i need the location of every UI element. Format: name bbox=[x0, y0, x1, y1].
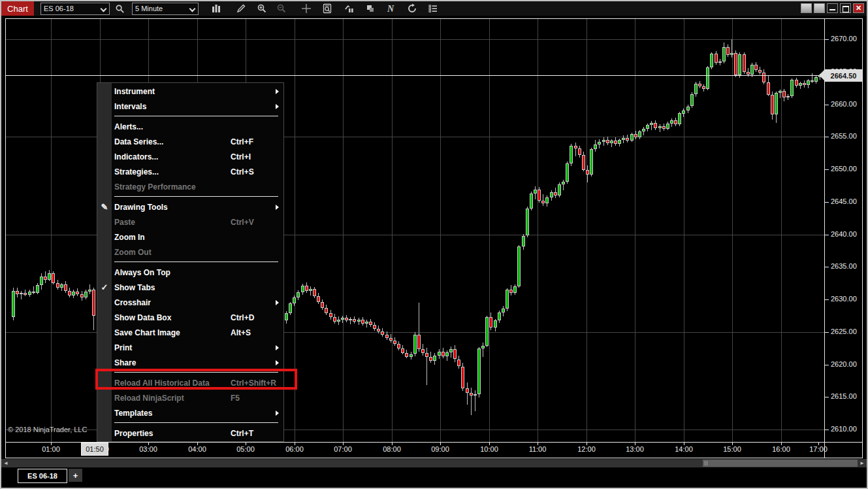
menu-item-crosshair[interactable]: Crosshair bbox=[112, 295, 283, 310]
submenu-arrow-icon bbox=[276, 360, 279, 365]
menu-item-label: Zoom In bbox=[112, 233, 145, 242]
window-title: Chart bbox=[1, 1, 34, 16]
interval-link-button[interactable] bbox=[814, 3, 825, 13]
crosshair-icon[interactable] bbox=[299, 2, 313, 15]
menu-item-alerts[interactable]: Alerts... bbox=[112, 119, 283, 134]
chevron-down-icon bbox=[101, 6, 106, 11]
menu-item-share[interactable]: Share bbox=[112, 355, 283, 370]
menu-item-zoom-out: Zoom Out bbox=[112, 244, 283, 260]
price-tick bbox=[825, 137, 829, 137]
menu-item-label: Share bbox=[112, 358, 136, 367]
menu-item-data-series[interactable]: Data Series...Ctrl+F bbox=[112, 134, 283, 149]
menu-item-label: Print bbox=[112, 343, 132, 352]
price-tick bbox=[825, 169, 829, 170]
reload-icon[interactable] bbox=[405, 2, 419, 15]
price-label: 2645.00 bbox=[831, 197, 857, 205]
instrument-link-button[interactable] bbox=[801, 3, 812, 13]
horizontal-scrollbar[interactable]: ◄ ► bbox=[1, 459, 867, 467]
time-axis-border bbox=[5, 442, 863, 443]
strategies-icon[interactable] bbox=[363, 2, 378, 15]
checkmark-icon: ✓ bbox=[98, 282, 111, 292]
menu-separator bbox=[112, 260, 283, 265]
scrollbar-grip bbox=[705, 461, 705, 465]
copyright-text: © 2018 NinjaTrader, LLC bbox=[8, 426, 87, 433]
submenu-arrow-icon bbox=[276, 345, 279, 350]
menu-item-intervals[interactable]: Intervals bbox=[112, 99, 283, 114]
price-tick bbox=[825, 299, 829, 300]
add-tab-button[interactable]: + bbox=[69, 469, 82, 482]
menu-item-shortcut: Ctrl+S bbox=[231, 167, 254, 177]
search-icon[interactable] bbox=[112, 2, 127, 15]
maximize-button[interactable] bbox=[840, 3, 851, 13]
minimize-button[interactable] bbox=[827, 3, 838, 13]
menu-item-properties[interactable]: PropertiesCtrl+T bbox=[112, 426, 283, 441]
menu-item-reload-ninjascript: Reload NinjaScriptF5 bbox=[112, 390, 283, 405]
properties-icon[interactable] bbox=[426, 2, 440, 15]
ninjascript-icon[interactable]: N bbox=[384, 2, 398, 15]
menu-item-show-data-box[interactable]: Show Data BoxCtrl+D bbox=[112, 310, 283, 325]
scroll-left-arrow[interactable]: ◄ bbox=[2, 460, 10, 467]
menu-item-label: Paste bbox=[112, 218, 135, 227]
time-label: 15:00 bbox=[723, 445, 741, 453]
annotation-highlight-box bbox=[95, 369, 297, 390]
data-box-icon[interactable] bbox=[320, 2, 334, 15]
submenu-arrow-icon bbox=[276, 104, 279, 109]
menu-item-indicators[interactable]: Indicators...Ctrl+I bbox=[112, 149, 283, 164]
price-label: 2615.00 bbox=[831, 392, 857, 400]
last-price-marker: 2664.50 bbox=[825, 69, 862, 82]
pencil-icon: ✎ bbox=[98, 202, 111, 212]
scrollbar-thumb[interactable] bbox=[703, 460, 858, 467]
menu-item-label: Show Data Box bbox=[112, 313, 171, 322]
chevron-down-icon bbox=[190, 6, 195, 11]
price-label: 2620.00 bbox=[831, 360, 857, 368]
price-label: 2630.00 bbox=[831, 295, 857, 303]
menu-item-shortcut: Alt+S bbox=[231, 328, 251, 337]
time-label: 09:00 bbox=[431, 445, 449, 453]
menu-item-print[interactable]: Print bbox=[112, 340, 283, 355]
zoom-in-icon[interactable] bbox=[255, 2, 269, 15]
menu-item-label: Reload NinjaScript bbox=[112, 394, 184, 403]
window-buttons: ✕ bbox=[801, 3, 864, 13]
menu-item-always-on-top[interactable]: Always On Top bbox=[112, 265, 283, 280]
menu-item-label: Show Tabs bbox=[112, 283, 155, 292]
time-label: 16:00 bbox=[772, 445, 790, 453]
menu-item-drawing-tools[interactable]: ✎Drawing Tools bbox=[112, 199, 283, 214]
price-axis-border bbox=[824, 18, 825, 458]
interval-selector[interactable]: 5 Minute bbox=[132, 3, 199, 15]
menu-item-zoom-in[interactable]: Zoom In bbox=[112, 229, 283, 244]
time-label: 11:00 bbox=[529, 445, 547, 453]
price-tick bbox=[825, 202, 829, 203]
time-label: 14:00 bbox=[675, 445, 693, 453]
menu-item-save-chart-image[interactable]: Save Chart ImageAlt+S bbox=[112, 325, 283, 340]
chart-top-border bbox=[5, 18, 863, 19]
price-label: 2635.00 bbox=[831, 262, 857, 270]
indicators-icon[interactable] bbox=[342, 2, 357, 15]
chart-style-icon[interactable] bbox=[209, 2, 223, 15]
scroll-right-arrow[interactable]: ► bbox=[858, 460, 866, 467]
price-label: 2625.00 bbox=[831, 328, 857, 335]
drawing-tools-icon[interactable] bbox=[234, 2, 248, 15]
time-label: 12:00 bbox=[577, 445, 596, 453]
menu-separator bbox=[112, 114, 283, 119]
menu-item-show-tabs[interactable]: ✓Show Tabs bbox=[112, 280, 283, 295]
tab-es-06-18[interactable]: ES 06-18 bbox=[18, 469, 67, 483]
time-label: 07:00 bbox=[334, 445, 352, 453]
price-label: 2640.00 bbox=[831, 230, 857, 238]
menu-item-templates[interactable]: Templates bbox=[112, 405, 283, 420]
time-label: 08:00 bbox=[383, 445, 401, 453]
instrument-selector[interactable]: ES 06-18 bbox=[40, 3, 110, 15]
menu-item-label: Crosshair bbox=[112, 298, 151, 307]
menu-item-shortcut: Ctrl+T bbox=[231, 429, 253, 438]
price-tick bbox=[825, 332, 829, 333]
menu-item-label: Intervals bbox=[112, 102, 146, 111]
zoom-out-icon bbox=[274, 2, 289, 15]
menu-item-shortcut: Ctrl+I bbox=[231, 152, 251, 161]
menu-item-strategies[interactable]: Strategies...Ctrl+S bbox=[112, 164, 283, 179]
close-button[interactable]: ✕ bbox=[853, 3, 864, 13]
price-label: 2660.00 bbox=[831, 100, 857, 108]
menu-item-instrument[interactable]: Instrument bbox=[112, 84, 283, 99]
chart-right-border bbox=[862, 18, 863, 458]
menu-item-label: Always On Top bbox=[112, 268, 170, 277]
toolbar: Chart ES 06-18 5 Minute bbox=[1, 1, 867, 16]
crosshair-time-marker: 01:50 bbox=[81, 443, 108, 456]
